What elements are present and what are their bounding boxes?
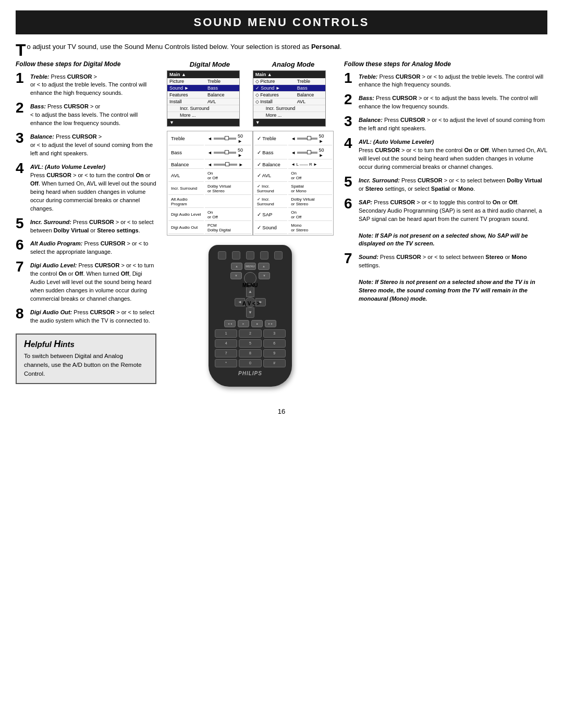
step-num-6-analog: 6 (344, 196, 356, 211)
digital-mode-section: Digital Mode Main ▲ PictureTreble Sound … (167, 60, 253, 236)
menu-label: MENU (242, 282, 347, 288)
step-num-7-analog: 7 (344, 251, 356, 266)
remote-top-buttons (215, 251, 286, 260)
remote-control-container: ▲ MENU ▲ ▼ ▼ ▲ ▼ ◄ ► (154, 245, 347, 400)
remote-num-5[interactable]: 5 (239, 339, 261, 348)
remote-num-0[interactable]: 0 (239, 359, 261, 367)
analog-mode-section: Analog Mode Main ▲ ◇ PictureTreble ✓ Sou… (253, 60, 334, 236)
step-1-analog: 1 Treble: Press CURSOR > or < to adjust … (344, 73, 547, 90)
screens-row: Digital Mode Main ▲ PictureTreble Sound … (167, 60, 334, 236)
remote-num-8[interactable]: 8 (239, 349, 261, 357)
digital-mode-label: Digital Mode (167, 60, 253, 68)
main-layout: Follow these steps for Digital Mode 1 Tr… (16, 60, 547, 400)
remote-btn-3[interactable] (246, 251, 254, 260)
page-title: SOUND MENU CONTROLS (16, 10, 547, 34)
step-num-4: 4 (16, 161, 27, 176)
step-num-6: 6 (16, 238, 27, 252)
step-3-digital: 3 Balance: Press CURSOR > or < to adjust… (16, 133, 156, 158)
step-7-digital: 7 Digi Audio Level: Press CURSOR > or < … (16, 262, 156, 303)
step-content-1: Treble: Press CURSOR > or < to adjust th… (30, 73, 156, 98)
helpful-hints-box: Helpful Hints To switch between Digital … (16, 334, 156, 384)
step-6-digital: 6 Alt Audio Program: Press CURSOR > or <… (16, 240, 156, 256)
step-num-1-analog: 1 (344, 71, 356, 85)
step-4-analog: 4 AVL: (Auto Volume Leveler) Press CURSO… (344, 138, 547, 171)
remote-btn-extra-1[interactable]: ◄◄ (224, 320, 236, 327)
helpful-hints-text: To switch between Digital and Analog cha… (24, 352, 148, 379)
step-2-analog: 2 Bass: Press CURSOR > or < to adjust th… (344, 94, 547, 111)
remote-num-star[interactable]: * (215, 359, 237, 367)
step-content-7-analog: Sound: Press CURSOR > or < to select bet… (359, 253, 547, 303)
step-num-1: 1 (16, 71, 27, 85)
remote-btn-1[interactable] (218, 251, 226, 260)
remote-btn-vol-up[interactable]: ▲ (231, 263, 242, 270)
remote-num-3[interactable]: 3 (263, 329, 286, 338)
remote-btn-extra-4[interactable]: ►► (265, 320, 276, 327)
analog-mode-header: Follow these steps for Analog Mode (344, 60, 547, 68)
page-number: 16 (16, 408, 547, 415)
step-content-2-analog: Bass: Press CURSOR > or < to adjust the … (359, 94, 547, 111)
remote-num-hash[interactable]: # (263, 359, 286, 367)
digital-slider-table: Treble◄ 50 ► Bass◄ 50 ► Balance◄ ► AVLOn… (167, 131, 253, 236)
step-content-5-analog: Incr. Surround: Press CURSOR > or < to s… (359, 177, 547, 193)
remote-btn-vol-dn[interactable]: ▼ (230, 272, 242, 279)
remote-btn-4[interactable] (260, 251, 268, 260)
step-2-digital: 2 Bass: Press CURSOR > or < to adjust th… (16, 103, 156, 128)
step-7-analog: 7 Sound: Press CURSOR > or < to select b… (344, 253, 547, 303)
remote-num-2[interactable]: 2 (239, 329, 261, 338)
remote-num-1[interactable]: 1 (215, 329, 237, 338)
step-content-8: Digi Audio Out: Press CURSOR > or < to s… (30, 309, 156, 325)
analog-menu-screen: Main ▲ ◇ PictureTreble ✓ Sound ►Bass ◇ F… (253, 70, 326, 127)
step-num-7: 7 (16, 260, 27, 274)
step-5-analog: 5 Incr. Surround: Press CURSOR > or < to… (344, 177, 547, 193)
remote-labels: MENU A V < > (242, 282, 347, 306)
left-column: Follow these steps for Digital Mode 1 Tr… (16, 60, 162, 400)
remote-num-6[interactable]: 6 (263, 339, 286, 348)
remote-btn-menu[interactable]: MENU (244, 263, 256, 270)
step-content-4-analog: AVL: (Auto Volume Leveler) Press CURSOR … (359, 138, 547, 171)
step-content-4: AVL: (Auto Volume Leveler) Press CURSOR … (30, 163, 156, 213)
remote-brand: PHILIPS (215, 371, 286, 376)
step-num-2: 2 (16, 101, 27, 115)
step-4-digital: 4 AVL: (Auto Volume Leveler) Press CURSO… (16, 163, 156, 213)
remote-num-9[interactable]: 9 (263, 349, 286, 357)
step-3-analog: 3 Balance: Press CURSOR > or < to adjust… (344, 116, 547, 133)
cursor-label: A V < > (242, 301, 347, 306)
step-num-3: 3 (16, 131, 27, 145)
remote-btn-extra-2[interactable]: ► (238, 320, 249, 327)
remote-btn-ch-dn[interactable]: ▼ (259, 272, 270, 279)
analog-mode-label: Analog Mode (253, 60, 334, 68)
remote-btn-2[interactable] (232, 251, 240, 260)
step-content-7: Digi Audio Level: Press CURSOR > or < to… (30, 262, 156, 303)
remote-number-grid: 1 2 3 4 5 6 7 8 9 * 0 # (215, 329, 286, 367)
step-num-5-analog: 5 (344, 175, 356, 189)
remote-btn-extra-3[interactable]: ■ (251, 320, 263, 327)
step-num-4-analog: 4 (344, 136, 356, 151)
step-1-digital: 1 Treble: Press CURSOR > or < to adjust … (16, 73, 156, 98)
step-content-6: Alt Audio Program: Press CURSOR > or < t… (30, 240, 156, 256)
step-content-2: Bass: Press CURSOR > or < to adjust the … (30, 103, 156, 128)
center-column: Digital Mode Main ▲ PictureTreble Sound … (162, 60, 339, 400)
remote-extra-row: ◄◄ ► ■ ►► (215, 320, 286, 327)
digital-menu-screen: Main ▲ PictureTreble Sound ►Bass Feature… (167, 70, 240, 127)
remote-btn-ch-up[interactable]: ▲ (258, 263, 270, 270)
dpad-down[interactable]: ▼ (246, 307, 254, 318)
step-num-8: 8 (16, 306, 27, 321)
remote-control: ▲ MENU ▲ ▼ ▼ ▲ ▼ ◄ ► (209, 245, 292, 387)
right-column: Follow these steps for Analog Mode 1 Tre… (339, 60, 547, 400)
step-5-digital: 5 Incr. Surround: Press CURSOR > or < to… (16, 218, 156, 235)
analog-slider-table: ✓ Treble◄ 50 ► ✓ Bass◄ 50 ► ✓ Balance◄ L… (253, 131, 334, 236)
step-content-3: Balance: Press CURSOR > or < to adjust t… (30, 133, 156, 158)
digital-mode-header: Follow these steps for Digital Mode (16, 60, 156, 68)
remote-num-4[interactable]: 4 (215, 339, 237, 348)
step-content-5: Incr. Surround: Press CURSOR > or < to s… (30, 218, 156, 235)
remote-num-7[interactable]: 7 (215, 349, 237, 357)
step-8-digital: 8 Digi Audio Out: Press CURSOR > or < to… (16, 309, 156, 325)
remote-btn-5[interactable] (274, 251, 283, 260)
step-num-5: 5 (16, 216, 27, 231)
intro-paragraph: To adjust your TV sound, use the Sound M… (16, 42, 547, 52)
step-num-2-analog: 2 (344, 92, 356, 107)
step-content-6-analog: SAP: Press CURSOR > or < to toggle this … (359, 199, 547, 249)
step-content-3-analog: Balance: Press CURSOR > or < to adjust t… (359, 116, 547, 133)
step-content-1-analog: Treble: Press CURSOR > or < to adjust th… (359, 73, 547, 90)
step-num-3-analog: 3 (344, 114, 356, 129)
